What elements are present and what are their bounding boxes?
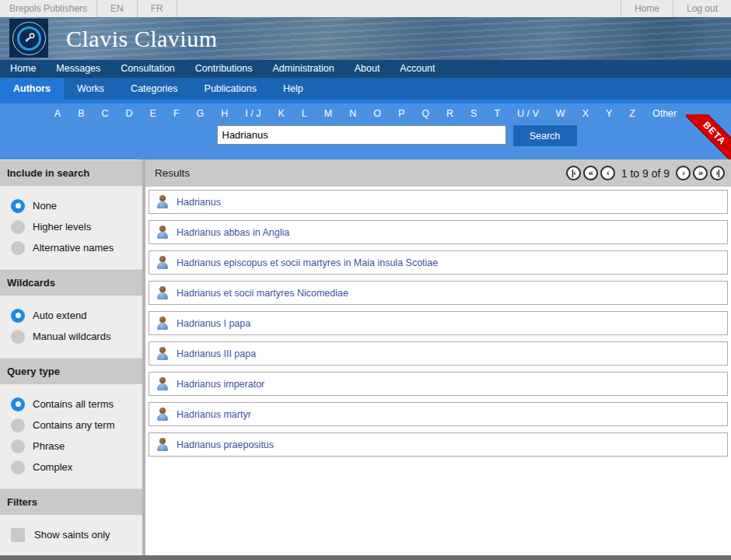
result-link[interactable]: Hadrianus imperator: [177, 379, 264, 390]
result-row[interactable]: Hadrianus praepositus: [149, 432, 728, 457]
search-input[interactable]: [217, 125, 506, 145]
search-button[interactable]: Search: [513, 125, 577, 146]
letter-other[interactable]: Other: [644, 108, 685, 119]
radio-icon[interactable]: [11, 220, 25, 234]
beta-ribbon-box: BETA: [686, 114, 731, 159]
fast-prev-page-button[interactable]: «: [583, 166, 598, 180]
tab-categories[interactable]: Categories: [117, 78, 191, 100]
letter-z[interactable]: Z: [621, 108, 644, 119]
language-fr-link[interactable]: FR: [138, 0, 177, 17]
radio-option-contains-all-terms[interactable]: Contains all terms: [0, 394, 142, 415]
result-link[interactable]: Hadrianus et socii martyres Nicomediae: [177, 288, 348, 299]
letter-c[interactable]: C: [93, 108, 117, 119]
site-title: Clavis Clavium: [66, 26, 218, 52]
result-link[interactable]: Hadrianus martyr: [177, 409, 251, 420]
tab-help[interactable]: Help: [270, 78, 317, 100]
search-panel: A B C D E F G H I / J K L M N O P Q R S …: [0, 103, 731, 159]
result-link[interactable]: Hadrianus III papa: [177, 348, 256, 359]
letter-n[interactable]: N: [341, 108, 365, 119]
section-options: Contains all terms Contains any term Phr…: [0, 384, 142, 488]
key-icon: [22, 31, 37, 46]
nav-about[interactable]: About: [345, 60, 390, 78]
letter-h[interactable]: H: [212, 108, 236, 119]
result-link[interactable]: Hadrianus I papa: [177, 318, 250, 329]
person-icon: [156, 377, 169, 390]
radio-icon[interactable]: [11, 460, 25, 474]
letter-s[interactable]: S: [462, 108, 485, 119]
result-row[interactable]: Hadrianus et socii martyres Nicomediae: [149, 281, 728, 305]
last-page-button[interactable]: ›|: [710, 166, 725, 180]
radio-option-higher-levels[interactable]: Higher levels: [0, 216, 142, 237]
radio-icon[interactable]: [11, 241, 25, 255]
letter-p[interactable]: P: [390, 108, 413, 119]
radio-option-auto-extend[interactable]: Auto extend: [0, 305, 142, 326]
letter-ij[interactable]: I / J: [236, 108, 269, 119]
section-header-filters: Filters: [0, 488, 142, 515]
tab-works[interactable]: Works: [64, 78, 117, 100]
letter-e[interactable]: E: [142, 108, 165, 119]
tab-authors[interactable]: Authors: [0, 78, 64, 100]
logout-link[interactable]: Log out: [673, 0, 731, 17]
person-icon: [156, 347, 169, 360]
radio-option-contains-any-term[interactable]: Contains any term: [0, 415, 142, 436]
checkbox-option-show-saints-only[interactable]: Show saints only: [0, 524, 142, 545]
letter-a[interactable]: A: [46, 108, 69, 119]
letter-r[interactable]: R: [438, 108, 462, 119]
nav-administration[interactable]: Administration: [262, 60, 344, 78]
result-row[interactable]: Hadrianus I papa: [149, 311, 728, 335]
result-link[interactable]: Hadrianus abbas in Anglia: [177, 227, 289, 238]
first-page-button[interactable]: |‹: [566, 166, 581, 180]
result-row[interactable]: Hadrianus: [149, 190, 728, 214]
checkbox-icon[interactable]: [11, 528, 25, 542]
person-icon: [156, 195, 169, 208]
radio-icon[interactable]: [11, 330, 25, 344]
nav-account[interactable]: Account: [390, 60, 445, 78]
section-options: Auto extend Manual wildcards: [0, 296, 142, 358]
radio-option-phrase[interactable]: Phrase: [0, 436, 142, 457]
results-header: Results |‹ « ‹ 1 to 9 of 9 › » ›|: [145, 159, 731, 187]
option-label: Auto extend: [33, 310, 86, 321]
radio-option-manual-wildcards[interactable]: Manual wildcards: [0, 326, 142, 347]
nav-home[interactable]: Home: [0, 60, 46, 78]
prev-page-button[interactable]: ‹: [600, 166, 615, 180]
tab-publications[interactable]: Publications: [191, 78, 270, 100]
radio-option-none[interactable]: None: [0, 195, 142, 216]
nav-contributions[interactable]: Contributions: [185, 60, 263, 78]
letter-q[interactable]: Q: [413, 108, 438, 119]
letter-f[interactable]: F: [165, 108, 188, 119]
nav-messages[interactable]: Messages: [46, 60, 110, 78]
result-row[interactable]: Hadrianus III papa: [149, 341, 728, 366]
nav-consultation[interactable]: Consultation: [110, 60, 185, 78]
letter-t[interactable]: T: [485, 108, 509, 119]
letter-uv[interactable]: U / V: [509, 108, 547, 119]
next-page-button[interactable]: ›: [676, 166, 691, 180]
letter-b[interactable]: B: [69, 108, 93, 119]
option-label: Manual wildcards: [33, 331, 110, 342]
letter-k[interactable]: K: [269, 108, 292, 119]
result-row[interactable]: Hadrianus episcopus et socii martyres in…: [149, 250, 728, 275]
radio-option-complex[interactable]: Complex: [0, 457, 142, 478]
radio-option-alternative-names[interactable]: Alternative names: [0, 237, 142, 258]
letter-x[interactable]: X: [574, 108, 597, 119]
radio-selected-icon[interactable]: [11, 397, 25, 411]
radio-selected-icon[interactable]: [11, 309, 25, 323]
radio-icon[interactable]: [11, 418, 25, 432]
result-link[interactable]: Hadrianus: [177, 197, 221, 208]
result-row[interactable]: Hadrianus abbas in Anglia: [149, 220, 728, 244]
letter-w[interactable]: W: [547, 108, 574, 119]
letter-m[interactable]: M: [316, 108, 341, 119]
fast-next-page-button[interactable]: »: [693, 166, 708, 180]
letter-d[interactable]: D: [117, 108, 142, 119]
radio-icon[interactable]: [11, 439, 25, 453]
radio-selected-icon[interactable]: [11, 199, 25, 213]
result-row[interactable]: Hadrianus imperator: [149, 372, 728, 396]
letter-g[interactable]: G: [188, 108, 213, 119]
letter-l[interactable]: L: [293, 108, 316, 119]
letter-o[interactable]: O: [365, 108, 390, 119]
letter-y[interactable]: Y: [597, 108, 621, 119]
home-link[interactable]: Home: [621, 0, 673, 17]
result-row[interactable]: Hadrianus martyr: [149, 402, 728, 426]
result-link[interactable]: Hadrianus episcopus et socii martyres in…: [177, 257, 438, 268]
language-en-link[interactable]: EN: [97, 0, 137, 17]
result-link[interactable]: Hadrianus praepositus: [177, 439, 274, 450]
